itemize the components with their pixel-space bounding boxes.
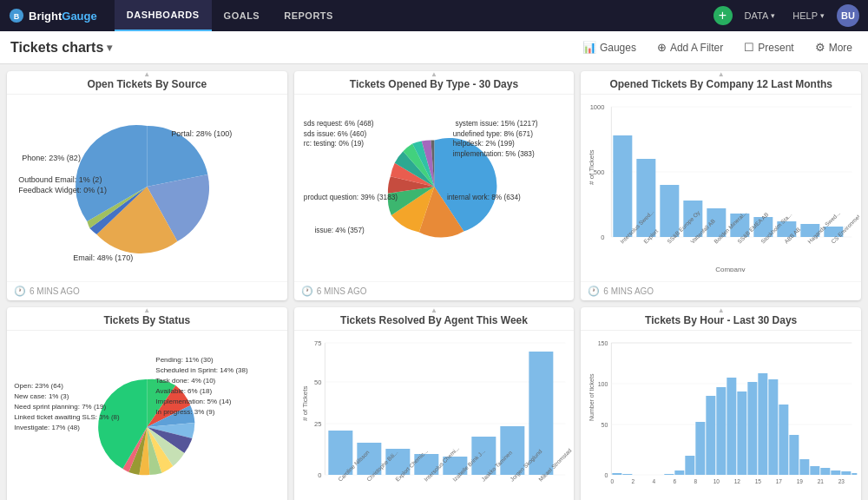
svg-rect-98 <box>665 474 674 475</box>
svg-text:Phone: 23% (82): Phone: 23% (82) <box>22 154 81 162</box>
svg-text:helpdesk: 2% (199): helpdesk: 2% (199) <box>452 140 514 148</box>
page-title-area: Tickets charts ▾ <box>10 40 112 56</box>
avatar-button[interactable]: BU <box>837 4 859 27</box>
more-button[interactable]: ⚙ More <box>810 38 858 56</box>
help-button[interactable]: HELP▾ <box>787 10 830 21</box>
timestamp-3: 6 MINS AGO <box>603 286 654 296</box>
chart-body-6: Number of tickets 150 100 50 0 <box>581 331 861 500</box>
chart-title-5: Tickets Resolved By Agent This Week <box>294 307 575 331</box>
bar-chart-hour: Number of tickets 150 100 50 0 <box>584 334 859 500</box>
gauges-label: Gauges <box>600 42 636 54</box>
add-button[interactable]: + <box>713 6 733 25</box>
svg-rect-106 <box>748 382 758 475</box>
chart-title-6: Tickets By Hour - Last 30 Days <box>581 307 861 331</box>
svg-text:500: 500 <box>594 168 605 176</box>
svg-rect-94 <box>623 474 633 475</box>
svg-text:25: 25 <box>314 420 321 428</box>
nav-items: DASHBOARDS GOALS REPORTS <box>115 0 713 31</box>
chart-footer-3: 🕐 6 MINS AGO <box>581 281 861 300</box>
svg-text:10: 10 <box>713 478 720 484</box>
svg-text:Number of tickets: Number of tickets <box>589 373 595 421</box>
chart-body-4: Open: 23% (64) New case: 1% (3) Need spr… <box>7 331 287 500</box>
svg-rect-110 <box>790 435 799 475</box>
chart-body-3: # of Tickets 1000 500 0 <box>581 95 861 281</box>
add-filter-button[interactable]: ⊕ Add A Filter <box>652 38 728 56</box>
svg-text:150: 150 <box>598 340 608 346</box>
top-nav: B BrightGauge DASHBOARDS GOALS REPORTS +… <box>0 0 868 31</box>
svg-text:Scheduled in Sprint: 14% (38): Scheduled in Sprint: 14% (38) <box>155 366 248 374</box>
nav-goals[interactable]: GOALS <box>212 0 273 31</box>
svg-text:1000: 1000 <box>590 103 605 111</box>
filter-icon: ⊕ <box>657 41 667 54</box>
bar-chart-agent: # of Tickets 75 50 25 0 <box>298 334 573 500</box>
logo[interactable]: B BrightGauge <box>9 8 97 23</box>
nav-dashboards[interactable]: DASHBOARDS <box>115 0 212 31</box>
chart-title-4: Tickets By Status <box>7 307 287 331</box>
svg-text:23: 23 <box>838 478 845 484</box>
svg-rect-116 <box>852 473 858 475</box>
svg-text:15: 15 <box>755 478 762 484</box>
svg-text:issue: 4% (357): issue: 4% (357) <box>314 227 365 234</box>
gauges-icon: 📊 <box>582 41 596 54</box>
chart-body-2: sds request: 6% (468) sds issue: 6% (460… <box>294 95 575 281</box>
svg-text:Pending: 11% (30): Pending: 11% (30) <box>155 356 214 364</box>
chart-title-1: Open Tickets By Source <box>7 71 287 95</box>
chart-title-2: Tickets Opened By Type - 30 Days <box>294 71 575 95</box>
svg-rect-101 <box>696 422 706 475</box>
svg-text:internal work: 8% (634): internal work: 8% (634) <box>447 194 521 201</box>
nav-right: + DATA▾ HELP▾ BU <box>713 4 859 27</box>
svg-text:Company: Company <box>716 266 746 272</box>
svg-rect-104 <box>727 378 737 475</box>
svg-text:Investigate: 17% (48): Investigate: 17% (48) <box>14 424 80 431</box>
pie-chart-status: Open: 23% (64) New case: 1% (3) Need spr… <box>12 336 282 500</box>
svg-text:6: 6 <box>674 478 677 484</box>
clock-icon-3: 🕐 <box>588 286 600 297</box>
svg-rect-93 <box>613 473 622 475</box>
dashboard-grid: Open Tickets By Source Portal: 28% (100)… <box>0 64 868 500</box>
svg-rect-109 <box>779 405 789 475</box>
svg-rect-99 <box>675 470 685 475</box>
svg-text:0: 0 <box>611 478 615 484</box>
svg-text:100: 100 <box>598 381 608 387</box>
svg-text:rc: testing: 0% (19): rc: testing: 0% (19) <box>304 140 364 148</box>
svg-text:Outbound Email: 1% (2): Outbound Email: 1% (2) <box>18 175 102 184</box>
svg-text:0: 0 <box>601 234 604 241</box>
present-button[interactable]: ☐ Present <box>739 38 799 56</box>
svg-text:Linked ticket awaiting SLS: 3%: Linked ticket awaiting SLS: 3% (8) <box>14 413 120 421</box>
svg-text:product question: 39% (3183): product question: 39% (3183) <box>304 194 398 201</box>
gear-icon: ⚙ <box>815 41 825 54</box>
svg-text:Task done: 4% (10): Task done: 4% (10) <box>155 377 215 385</box>
pie-chart-2: sds request: 6% (468) sds issue: 6% (460… <box>299 100 569 273</box>
svg-text:sds issue: 6% (460): sds issue: 6% (460) <box>304 130 367 138</box>
svg-rect-107 <box>759 373 768 475</box>
timestamp-2: 6 MINS AGO <box>317 286 367 296</box>
svg-rect-111 <box>800 459 810 475</box>
pie-chart-1: Portal: 28% (100) Phone: 23% (82) Outbou… <box>12 100 282 273</box>
page-title: Tickets charts <box>10 40 103 56</box>
svg-text:21: 21 <box>818 478 825 484</box>
svg-rect-114 <box>832 470 841 475</box>
svg-text:12: 12 <box>734 478 741 484</box>
nav-reports[interactable]: REPORTS <box>272 0 345 31</box>
svg-text:19: 19 <box>797 478 804 484</box>
logo-text: BrightGauge <box>29 10 97 23</box>
gauges-button[interactable]: 📊 Gauges <box>577 38 641 56</box>
svg-text:Implementation: 5% (14): Implementation: 5% (14) <box>155 398 231 405</box>
svg-rect-108 <box>769 379 779 475</box>
chart-tickets-by-company: Opened Tickets By Company 12 Last Months… <box>581 71 861 300</box>
bar-chart-company: # of Tickets 1000 500 0 <box>584 98 859 272</box>
svg-text:Open: 23% (64): Open: 23% (64) <box>14 382 63 390</box>
svg-text:sds request: 6% (468): sds request: 6% (468) <box>304 120 374 128</box>
chart-tickets-by-hour: Tickets By Hour - Last 30 Days Number of… <box>581 307 861 500</box>
data-button[interactable]: DATA▾ <box>740 10 781 21</box>
svg-text:4: 4 <box>653 478 656 484</box>
svg-rect-102 <box>707 396 716 475</box>
svg-rect-100 <box>686 456 695 475</box>
svg-text:75: 75 <box>314 339 321 347</box>
svg-text:system issue: 15% (1217): system issue: 15% (1217) <box>455 120 537 128</box>
chevron-down-icon[interactable]: ▾ <box>107 42 112 54</box>
svg-text:Email: 48% (170): Email: 48% (170) <box>73 253 133 262</box>
svg-rect-112 <box>811 466 820 475</box>
svg-text:# of Tickets: # of Tickets <box>589 150 596 185</box>
clock-icon-2: 🕐 <box>301 286 313 297</box>
